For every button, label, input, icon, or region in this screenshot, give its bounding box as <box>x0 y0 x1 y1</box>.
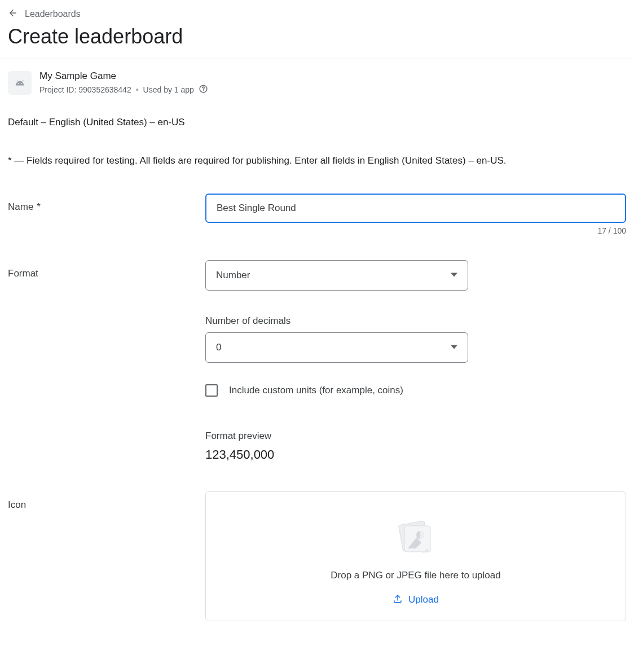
breadcrumb-label: Leaderboards <box>25 9 81 19</box>
upload-button[interactable]: Upload <box>393 594 439 607</box>
dropzone-text: Drop a PNG or JPEG file here to upload <box>331 570 500 581</box>
custom-units-label: Include custom units (for example, coins… <box>229 385 403 396</box>
project-id: Project ID: 990352638442 <box>39 85 131 94</box>
format-selected: Number <box>216 270 250 281</box>
decimals-label: Number of decimals <box>205 315 626 327</box>
upload-label: Upload <box>408 594 439 605</box>
locale-line: Default – English (United States) – en-U… <box>8 117 626 128</box>
back-to-leaderboards[interactable]: Leaderboards <box>8 8 81 20</box>
format-preview-value: 123,450,000 <box>205 447 626 462</box>
android-icon <box>8 71 32 95</box>
name-label: Name* <box>8 194 205 213</box>
project-summary: My Sample Game Project ID: 990352638442 … <box>8 71 626 95</box>
divider <box>0 59 634 59</box>
format-select[interactable]: Number <box>205 260 468 291</box>
format-label: Format <box>8 260 205 279</box>
name-input[interactable] <box>205 194 626 223</box>
required-note: * — Fields required for testing. All fie… <box>8 155 626 166</box>
upload-icon <box>393 594 403 607</box>
icon-label: Icon <box>8 491 205 511</box>
image-stack-icon <box>394 518 437 561</box>
decimals-selected: 0 <box>216 342 221 353</box>
format-preview-label: Format preview <box>205 431 626 442</box>
decimals-select[interactable]: 0 <box>205 332 468 363</box>
page-title: Create leaderboard <box>8 25 626 49</box>
project-usage: Used by 1 app <box>143 85 194 94</box>
custom-units-checkbox[interactable] <box>205 384 218 397</box>
separator-dot: • <box>136 85 139 94</box>
caret-down-icon <box>451 270 457 281</box>
caret-down-icon <box>451 342 457 353</box>
svg-point-2 <box>203 90 204 91</box>
help-icon[interactable] <box>199 84 208 95</box>
arrow-left-icon <box>8 8 18 20</box>
project-name: My Sample Game <box>39 71 208 82</box>
name-char-count: 17 / 100 <box>205 226 626 235</box>
icon-dropzone[interactable]: Drop a PNG or JPEG file here to upload U… <box>205 491 626 621</box>
